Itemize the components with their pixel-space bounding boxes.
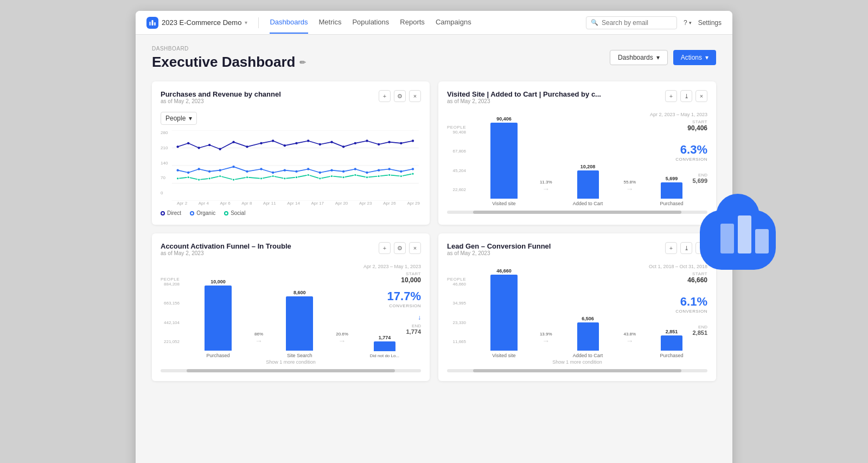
chart3-content: PEOPLE 884,208 663,156 442,104 221,052 1… [161, 271, 421, 358]
svg-point-72 [378, 175, 380, 177]
chart3-actions: + ⚙ × [379, 242, 421, 254]
svg-point-43 [284, 169, 286, 172]
chart3-title: Account Activation Funnel – In Trouble [161, 242, 291, 250]
svg-point-14 [187, 142, 189, 144]
svg-point-67 [319, 177, 321, 180]
svg-point-35 [187, 172, 189, 174]
nav-reports[interactable]: Reports [400, 11, 425, 34]
chart2-right-stat: START 90,406 6.3% CONVERSION END 5,699 [675, 119, 707, 184]
dashboards-button[interactable]: Dashboards ▾ [610, 50, 668, 65]
svg-point-21 [272, 139, 274, 142]
nav-populations[interactable]: Populations [352, 11, 389, 34]
svg-point-29 [366, 139, 368, 142]
app-container: 2023 E-Commerce Demo ▾ Dashboards Metric… [136, 11, 732, 463]
chart-account-activation: Account Activation Funnel – In Trouble a… [152, 233, 430, 381]
svg-point-68 [331, 175, 333, 177]
svg-point-62 [260, 177, 263, 180]
svg-point-34 [177, 169, 179, 172]
dashboard-area: DASHBOARD Executive Dashboard ✏ Dashboar… [136, 35, 732, 463]
svg-point-58 [208, 177, 210, 180]
svg-point-17 [219, 148, 221, 150]
nav-metrics[interactable]: Metrics [319, 11, 342, 34]
chart3-settings-btn[interactable]: ⚙ [394, 242, 406, 254]
app-name-chevron: ▾ [245, 20, 247, 26]
app-logo[interactable]: 2023 E-Commerce Demo ▾ [146, 17, 247, 29]
svg-point-73 [388, 174, 391, 176]
chart3-right-stat: START 10,000 17.7% CONVERSION ↓ END [387, 271, 421, 335]
svg-point-54 [412, 168, 414, 170]
chart4-show-more[interactable]: Show 1 more condition [447, 359, 707, 365]
chart4-header: Lead Gen – Conversion Funnel as of May 2… [447, 242, 707, 262]
svg-point-41 [260, 168, 263, 170]
chart2-add-btn[interactable]: + [665, 90, 677, 102]
svg-point-50 [366, 172, 368, 174]
chart3-scrollbar[interactable] [161, 369, 421, 372]
svg-point-65 [296, 176, 298, 179]
svg-point-28 [354, 142, 356, 144]
svg-rect-7 [154, 22, 156, 26]
chart4-content: PEOPLE 46,660 34,995 23,330 11,665 46,66… [447, 271, 707, 358]
chart4-bars: 46,660 Visited site 13.9% → 6,506 Added … [468, 271, 707, 358]
actions-button[interactable]: Actions ▾ [673, 50, 716, 65]
chart3-close-btn[interactable]: × [409, 242, 421, 254]
svg-point-47 [331, 169, 333, 172]
svg-point-46 [319, 172, 321, 174]
dashboard-title: Executive Dashboard ✏ [152, 54, 306, 71]
people-dropdown[interactable]: People ▾ [161, 112, 197, 125]
svg-point-15 [198, 147, 200, 149]
bar-visited-site: 90,406 Visited site [468, 116, 540, 206]
edit-icon[interactable]: ✏ [299, 58, 306, 67]
charts-grid: Purchases and Revenue by channel as of M… [152, 81, 716, 381]
svg-point-25 [319, 143, 321, 145]
bar-site-search: 8,600 Site Search [263, 290, 336, 358]
settings-button[interactable]: Settings [698, 19, 722, 27]
svg-point-24 [307, 139, 309, 142]
svg-point-71 [366, 176, 368, 179]
chart2-close-btn[interactable]: × [695, 90, 707, 102]
chart1-settings-btn[interactable]: ⚙ [394, 90, 406, 102]
chart4-title: Lead Gen – Conversion Funnel [447, 242, 551, 250]
svg-point-60 [233, 179, 235, 181]
chart2-scrollbar[interactable] [447, 211, 707, 214]
chart2-y-axis: PEOPLE 90,408 67,806 45,204 22,602 [447, 119, 466, 206]
chart2-header: Visited Site | Added to Cart | Purchased… [447, 90, 707, 110]
bar-added-to-cart-4: 6,506 Added to Cart [552, 316, 624, 358]
chart1-close-btn[interactable]: × [409, 90, 421, 102]
bar-added-to-cart: 10,208 Added to Cart [552, 164, 624, 206]
help-button[interactable]: ? ▾ [684, 19, 692, 27]
svg-point-63 [272, 175, 274, 177]
svg-rect-6 [152, 20, 154, 26]
chart4-scrollbar[interactable] [447, 369, 707, 372]
svg-point-53 [400, 170, 403, 173]
search-input[interactable] [602, 19, 672, 27]
chart4-download-btn[interactable]: ⤓ [680, 242, 692, 254]
svg-rect-3 [738, 215, 751, 253]
svg-point-30 [378, 143, 380, 145]
search-box[interactable]: 🔍 [586, 16, 677, 29]
header-actions: Dashboards ▾ Actions ▾ [610, 50, 716, 65]
svg-point-51 [378, 169, 380, 172]
svg-point-44 [296, 170, 298, 173]
svg-point-48 [342, 170, 344, 173]
chart2-title-section: Visited Site | Added to Cart | Purchased… [447, 90, 601, 110]
svg-point-74 [400, 175, 403, 177]
nav-dashboards[interactable]: Dashboards [270, 11, 308, 34]
logo-icon [146, 17, 158, 29]
arrow-4-1: 13.9% → [540, 332, 552, 358]
x-axis-labels: Apr 2 Apr 4 Apr 6 Apr 8 Apr 11 Apr 14 Ap… [161, 201, 421, 206]
chart2-download-btn[interactable]: ⤓ [680, 90, 692, 102]
svg-point-52 [388, 168, 391, 170]
chart3-show-more[interactable]: Show 1 more condition [161, 359, 421, 365]
svg-point-19 [246, 145, 248, 148]
chart2-subtitle: as of May 2, 2023 [447, 98, 601, 104]
svg-point-45 [307, 168, 309, 170]
chart1-add-btn[interactable]: + [379, 90, 391, 102]
svg-point-33 [412, 139, 414, 142]
chart4-add-btn[interactable]: + [665, 242, 677, 254]
chart2-actions: + ⤓ × [665, 90, 707, 102]
chart3-add-btn[interactable]: + [379, 242, 391, 254]
nav-campaigns[interactable]: Campaigns [436, 11, 471, 34]
chart-visited-site: Visited Site | Added to Cart | Purchased… [438, 81, 716, 225]
svg-point-22 [284, 144, 286, 147]
chart3-title-section: Account Activation Funnel – In Trouble a… [161, 242, 291, 262]
